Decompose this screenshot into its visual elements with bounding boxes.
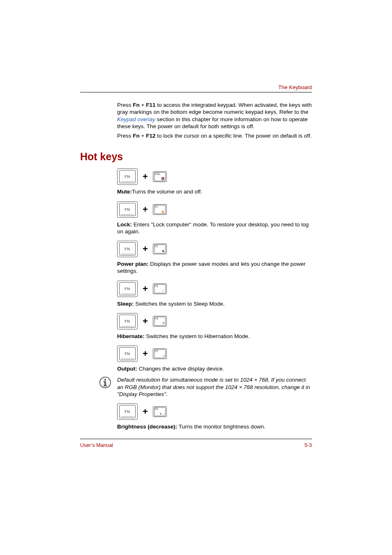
key-label: FN	[125, 207, 130, 212]
hotkey-power-plan: FN + F2 🔌 Power plan: Displays the power…	[117, 241, 312, 275]
key-label: F5	[155, 350, 158, 352]
page-number: 5-3	[304, 442, 312, 448]
text: +	[140, 102, 146, 108]
plus-icon: +	[143, 348, 148, 359]
hotkey-sleep: FN + F3 ☾ Sleep: Switches the system to …	[117, 281, 312, 307]
power-glyph-icon: 🔌	[161, 249, 165, 253]
fn-key-icon: FN	[117, 241, 138, 257]
f6-key-icon: F6 ▼☼	[153, 406, 167, 417]
hotkey-brightness-decrease: FN + F6 ▼☼ Brightness (decrease): Turns …	[117, 403, 312, 430]
hotkey-description: Brightness (decrease): Turns the monitor…	[117, 423, 312, 430]
text: Changes the active display device.	[137, 366, 224, 372]
fn-key-icon: FN	[117, 403, 138, 420]
page: The Keyboard Press Fn + F11 to access th…	[0, 0, 392, 555]
link-keypad-overlay[interactable]: Keypad overlay	[117, 116, 155, 122]
footer-title: User’s Manual	[80, 442, 113, 448]
f5-key-icon: F5 ⎚	[153, 348, 167, 359]
plus-icon: +	[143, 244, 148, 254]
svg-point-1	[104, 379, 106, 381]
body-column: Press Fn + F11 to access the integrated …	[117, 101, 312, 139]
plus-icon: +	[143, 204, 148, 215]
key-name: F12	[146, 133, 155, 139]
fn-key-icon: FN	[117, 313, 138, 329]
key-label: ESC	[155, 173, 160, 175]
svg-rect-4	[104, 385, 107, 387]
text: Switches the system to Sleep Mode.	[134, 301, 225, 307]
key-label: FN	[125, 352, 130, 356]
hotkey-description: Power plan: Displays the power save mode…	[117, 260, 312, 275]
f2-key-icon: F2 🔌	[153, 244, 167, 254]
key-label: FN	[125, 175, 130, 179]
intro-paragraph-2: Press Fn + F12 to lock the cursor on a s…	[117, 132, 312, 139]
key-row: FN + F6 ▼☼	[117, 403, 312, 420]
key-label: FN	[125, 247, 130, 251]
key-label: F3	[155, 285, 158, 288]
label: Mute:	[117, 189, 132, 195]
hotkey-description: Output: Changes the active display devic…	[117, 365, 312, 372]
f1-key-icon: F1 🔒	[153, 204, 167, 215]
text: to lock the cursor on a specific line. T…	[155, 133, 311, 139]
hotkey-lock: FN + F1 🔒 Lock: Enters "Lock computer" m…	[117, 201, 312, 235]
display-glyph-icon: ⎚	[163, 355, 165, 357]
hotkey-description: Lock: Enters "Lock computer" mode. To re…	[117, 221, 312, 235]
page-footer: User’s Manual 5-3	[80, 439, 312, 448]
sleep-glyph-icon: ☾	[162, 289, 165, 292]
section-label: The Keyboard	[80, 84, 312, 90]
key-name: Fn	[133, 102, 140, 108]
header-rule	[80, 92, 312, 92]
key-label: F6	[155, 408, 158, 410]
plus-icon: +	[143, 283, 148, 294]
key-label: FN	[125, 410, 130, 414]
note-text: Default resolution for simultaneous mode…	[117, 376, 312, 398]
label: Power plan:	[117, 261, 149, 267]
hibernate-glyph-icon: ❄	[162, 322, 165, 325]
text: +	[140, 133, 146, 139]
f4-key-icon: F4 ❄	[153, 316, 167, 327]
esc-key-icon: ESC 🔇	[153, 171, 167, 182]
fn-key-icon: FN	[117, 201, 138, 218]
key-label: FN	[125, 287, 130, 291]
fn-key-icon: FN	[117, 345, 138, 362]
note-block: Default resolution for simultaneous mode…	[99, 376, 312, 398]
text: Switches the system to Hibernation Mode.	[145, 333, 250, 339]
key-label: F1	[155, 205, 158, 208]
key-row: FN + F1 🔒	[117, 201, 312, 218]
section-heading-hot-keys: Hot keys	[80, 151, 312, 163]
f3-key-icon: F3 ☾	[153, 283, 167, 294]
key-row: FN + F2 🔌	[117, 241, 312, 257]
key-label: F2	[155, 245, 158, 248]
text: Press	[117, 102, 133, 108]
label: Output:	[117, 366, 137, 372]
page-header: The Keyboard	[80, 84, 312, 92]
key-label: FN	[125, 319, 130, 323]
hotkey-description: Hibernate: Switches the system to Hibern…	[117, 333, 312, 340]
label: Lock:	[117, 221, 132, 228]
intro-paragraph-1: Press Fn + F11 to access the integrated …	[117, 101, 312, 130]
brightness-down-glyph-icon: ▼☼	[159, 412, 165, 415]
info-icon	[99, 376, 111, 389]
key-row: FN + F4 ❄	[117, 313, 312, 329]
plus-icon: +	[143, 171, 148, 182]
footer-rule	[80, 439, 312, 439]
fn-key-icon: FN	[117, 281, 138, 297]
text: Turns the monitor brightness down.	[177, 424, 265, 430]
label: Sleep:	[117, 301, 134, 307]
key-name: Fn	[133, 133, 140, 139]
key-row: FN + F3 ☾	[117, 281, 312, 297]
fn-key-icon: FN	[117, 168, 138, 185]
key-name: F11	[146, 102, 155, 108]
hotkey-description: Sleep: Switches the system to Sleep Mode…	[117, 300, 312, 307]
text: Press	[117, 133, 133, 139]
svg-rect-3	[104, 382, 106, 383]
hotkey-mute: FN + ESC 🔇 Mute:Turns the volume on and …	[117, 168, 312, 195]
key-label: F4	[155, 317, 158, 320]
label: Hibernate:	[117, 333, 145, 339]
plus-icon: +	[143, 406, 148, 417]
hotkey-hibernate: FN + F4 ❄ Hibernate: Switches the system…	[117, 313, 312, 340]
hotkey-output: FN + F5 ⎚ Output: Changes the active dis…	[117, 345, 312, 372]
text: Enters "Lock computer" mode. To restore …	[117, 221, 309, 235]
label: Brightness (decrease):	[117, 424, 177, 430]
mute-glyph-icon: 🔇	[161, 177, 165, 180]
plus-icon: +	[143, 316, 148, 327]
key-row: FN + F5 ⎚	[117, 345, 312, 362]
